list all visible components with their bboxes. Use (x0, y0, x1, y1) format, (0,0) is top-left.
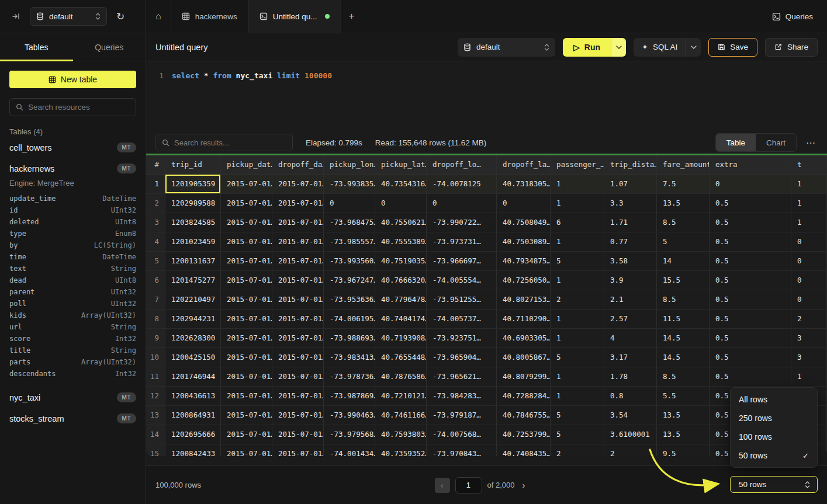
table-cell[interactable]: 40.7354316… (375, 175, 427, 193)
column-header[interactable]: fare_amount (657, 155, 710, 174)
table-cell[interactable]: 40.8079299… (497, 367, 551, 386)
schema-column-row[interactable]: typeEnum8 (9, 228, 136, 239)
table-cell[interactable]: 1200131637 (165, 252, 221, 270)
schema-column-row[interactable]: deadUInt8 (9, 274, 136, 286)
table-cell[interactable]: 2015-07-01… (221, 252, 272, 270)
table-cell[interactable]: 40.7110290… (497, 310, 551, 328)
table-cell[interactable]: 40.7519035… (375, 252, 427, 270)
table-cell[interactable]: -73.979187… (427, 406, 497, 425)
table-cell[interactable]: 40.7593803… (375, 425, 427, 444)
sidebar-item-cell-towers[interactable]: cell_towers MT (9, 138, 136, 157)
table-cell[interactable]: 0.5 (710, 290, 791, 309)
table-cell[interactable]: 0 (427, 194, 497, 213)
table-cell[interactable]: 0 (791, 271, 827, 290)
table-cell[interactable]: 1.78 (604, 367, 657, 386)
table-cell[interactable]: -73.987869… (324, 387, 375, 405)
toggle-chart[interactable]: Chart (756, 134, 796, 151)
table-cell[interactable]: 40.7655448… (375, 348, 427, 367)
table-cell[interactable]: -73.965621… (427, 367, 497, 386)
table-cell[interactable]: 40.6903305… (497, 329, 551, 347)
table-cell[interactable]: 2015-07-01… (221, 290, 272, 309)
table-cell[interactable]: 0 (710, 175, 791, 193)
schema-column-row[interactable]: titleString (9, 345, 136, 356)
table-cell[interactable]: 0.5 (710, 252, 791, 270)
table-cell[interactable]: -73.990463… (324, 406, 375, 425)
table-cell[interactable]: -73.978736… (324, 367, 375, 386)
table-cell[interactable]: -74.006195… (324, 310, 375, 328)
table-cell[interactable]: 0.5 (710, 194, 791, 213)
table-cell[interactable]: 1 (551, 194, 604, 213)
table-cell[interactable]: 1200436613 (165, 387, 221, 405)
column-header[interactable]: dropoff_la… (497, 155, 551, 174)
page-size-option[interactable]: 100 rows (731, 427, 817, 446)
sidebar-tab-queries[interactable]: Queries (73, 33, 146, 61)
table-cell[interactable]: 2015-07-01… (272, 310, 324, 328)
schema-column-row[interactable]: descendantsInt32 (9, 368, 136, 380)
next-page-button[interactable]: › (520, 480, 527, 490)
topbar-database-selector[interactable]: default (30, 7, 107, 26)
page-input[interactable] (455, 477, 482, 493)
table-cell[interactable]: 3.3 (604, 194, 657, 213)
table-cell[interactable]: 2.1 (604, 290, 657, 309)
column-header[interactable]: pickup_lat… (375, 155, 427, 174)
table-cell[interactable]: 40.7796478… (375, 290, 427, 309)
table-cell[interactable]: 2015-07-01… (221, 175, 272, 193)
table-cell[interactable]: 40.7288284… (497, 387, 551, 405)
table-cell[interactable]: 6 (551, 213, 604, 232)
table-cell[interactable]: -73.973731… (427, 232, 497, 251)
table-cell[interactable]: 40.7404174… (375, 310, 427, 328)
sidebar-item-stocks-stream[interactable]: stocks_stream MT (9, 409, 136, 428)
table-cell[interactable]: 5 (551, 348, 604, 367)
table-cell[interactable]: 15.5 (657, 271, 710, 290)
table-cell[interactable]: 0 (324, 194, 375, 213)
column-header[interactable]: trip_dista… (604, 155, 657, 174)
table-cell[interactable]: 0 (791, 290, 827, 309)
table-cell[interactable]: 0.8 (604, 387, 657, 405)
table-cell[interactable]: 2015-07-01… (221, 271, 272, 290)
table-cell[interactable]: 40.7461166… (375, 406, 427, 425)
table-cell[interactable]: 2 (551, 444, 604, 456)
table-cell[interactable]: -74.0078125 (427, 175, 497, 193)
table-cell[interactable]: 1201746944 (165, 367, 221, 386)
table-cell[interactable]: 1 (791, 194, 827, 213)
table-cell[interactable]: 1.71 (604, 213, 657, 232)
tab-hackernews[interactable]: hackernews (171, 0, 248, 33)
table-cell[interactable]: 1 (551, 310, 604, 328)
queries-button[interactable]: Queries (758, 0, 827, 33)
sidebar-tab-tables[interactable]: Tables (0, 33, 73, 61)
table-cell[interactable]: 0.5 (710, 232, 791, 251)
table-cell[interactable]: 1 (551, 271, 604, 290)
table-cell[interactable]: 0 (375, 194, 427, 213)
prev-page-button[interactable]: ‹ (434, 478, 449, 493)
table-cell[interactable]: 1 (551, 367, 604, 386)
schema-column-row[interactable]: pollUInt32 (9, 298, 136, 310)
table-cell[interactable]: -73.990722… (427, 213, 497, 232)
schema-column-row[interactable]: timeDateTime (9, 251, 136, 263)
query-database-selector[interactable]: default (458, 38, 555, 57)
table-cell[interactable]: 7.5 (657, 175, 710, 193)
schema-column-row[interactable]: partsArray(UInt32) (9, 356, 136, 368)
table-cell[interactable]: -74.005737… (427, 310, 497, 328)
table-cell[interactable]: 2015-07-01… (221, 367, 272, 386)
table-cell[interactable]: 2015-07-01… (221, 232, 272, 251)
table-cell[interactable]: 8.5 (657, 290, 710, 309)
table-cell[interactable]: -73.988693… (324, 329, 375, 347)
table-cell[interactable]: 14.5 (657, 329, 710, 347)
table-cell[interactable]: 3.58 (604, 252, 657, 270)
table-cell[interactable]: -74.005554… (427, 271, 497, 290)
table-cell[interactable]: 40.7555389… (375, 232, 427, 251)
table-cell[interactable]: 2015-07-01… (221, 329, 272, 347)
sql-ai-caret[interactable] (686, 38, 701, 57)
page-size-option[interactable]: All rows (731, 390, 817, 409)
table-cell[interactable]: -73.966697… (427, 252, 497, 270)
table-cell[interactable]: 40.8027153… (497, 290, 551, 309)
table-cell[interactable]: 2015-07-01… (221, 406, 272, 425)
table-cell[interactable]: 13.5 (657, 194, 710, 213)
schema-column-row[interactable]: byLC(String) (9, 239, 136, 251)
table-cell[interactable]: 5 (657, 232, 710, 251)
table-cell[interactable]: 2015-07-01… (272, 194, 324, 213)
table-cell[interactable]: 3.17 (604, 348, 657, 367)
table-cell[interactable]: 40.7876586… (375, 367, 427, 386)
table-cell[interactable]: 2015-07-01… (272, 213, 324, 232)
table-cell[interactable]: 40.8005867… (497, 348, 551, 367)
